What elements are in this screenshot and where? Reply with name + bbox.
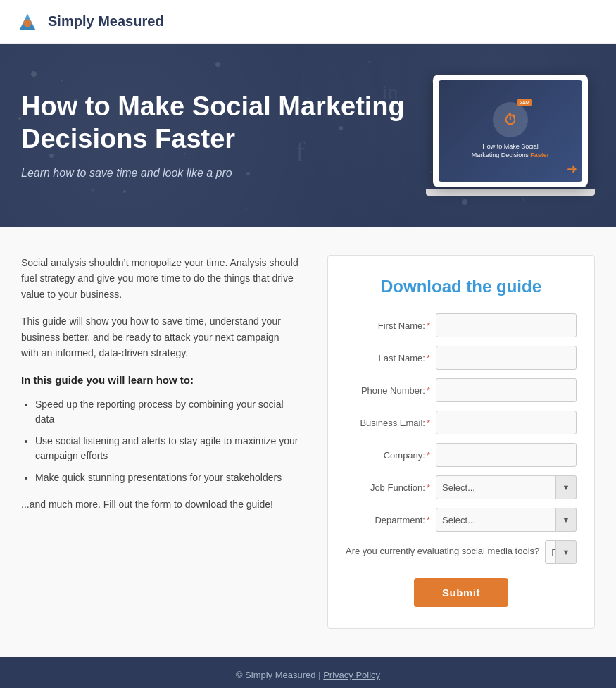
header: Simply Measured [0,0,616,44]
email-label: Business Email:* [346,418,430,428]
department-label: Department:* [346,515,430,525]
department-select[interactable]: Select... Marketing Sales Product Engine… [436,508,577,532]
logo-container: Simply Measured [14,8,164,35]
company-row: Company:* [346,443,577,467]
job-function-label: Job Function:* [346,482,430,493]
first-name-input[interactable] [436,313,577,337]
form-card: Download the guide First Name:* Last Nam… [327,255,595,629]
bullet-item-2: Use social listening and alerts to stay … [35,434,299,463]
hero-title: How to Make Social Marketing Decisions F… [21,91,412,155]
intro-paragraph-2: This guide will show you how to save tim… [21,313,299,361]
first-name-label: First Name:* [346,320,430,331]
phone-input[interactable] [436,378,577,402]
form-title: Download the guide [346,277,577,296]
social-tools-select-wrapper: Please Select... Yes No Maybe ▼ [545,540,577,564]
company-input[interactable] [436,443,577,467]
footer-copyright: © Simply Measured | [236,670,321,680]
arrow-icon: ➜ [567,161,577,177]
phone-row: Phone Number:* [346,378,577,402]
hero-text: How to Make Social Marketing Decisions F… [21,91,412,179]
hero-image-container: ⏱ 24/7 How to Make Social Marketing Deci… [426,75,595,196]
bullet-item-3: Make quick stunning presentations for yo… [35,470,299,485]
bullet-item-1: Speed up the reporting process by combin… [35,397,299,427]
laptop-badge: 24/7 [517,99,532,106]
email-row: Business Email:* [346,411,577,434]
laptop-screen-title: How to Make Social Marketing Decisions F… [472,143,550,159]
last-name-input[interactable] [436,346,577,370]
phone-label: Phone Number:* [346,385,430,396]
left-column: Social analysis shouldn’t monopolize you… [21,255,299,629]
job-function-row: Job Function:* Select... Marketing Sales… [346,475,577,499]
department-select-wrapper: Select... Marketing Sales Product Engine… [436,508,577,532]
department-row: Department:* Select... Marketing Sales P… [346,508,577,532]
job-function-select-wrapper: Select... Marketing Sales Engineering Op… [436,475,577,499]
footer: © Simply Measured | Privacy Policy [0,657,616,688]
first-name-row: First Name:* [346,313,577,337]
hero-subtitle: Learn how to save time and look like a p… [21,167,412,180]
intro-paragraph-1: Social analysis shouldn’t monopolize you… [21,255,299,302]
laptop-base [426,189,595,196]
email-input[interactable] [436,411,577,434]
social-tools-select[interactable]: Please Select... Yes No Maybe [545,540,577,564]
logo-icon [14,8,41,35]
submit-button[interactable]: Submit [414,578,508,607]
privacy-policy-link[interactable]: Privacy Policy [323,670,380,680]
company-label: Company:* [346,450,430,461]
job-function-select[interactable]: Select... Marketing Sales Engineering Op… [436,475,577,499]
main-content: Social analysis shouldn’t monopolize you… [0,227,616,657]
social-tools-row: Are you currently evaluating social medi… [346,540,577,564]
hero-banner: f in t How to Make Social Marketing Deci… [0,44,616,227]
logo-text: Simply Measured [48,13,164,30]
social-tools-label: Are you currently evaluating social medi… [346,540,539,558]
list-heading: In this guide you will learn how to: [21,372,299,389]
clock-icon: ⏱ [503,112,517,128]
submit-row: Submit [346,578,577,607]
closing-text: ...and much more. Fill out the form to d… [21,496,299,512]
feature-list: Speed up the reporting process by combin… [21,397,299,485]
last-name-label: Last Name:* [346,353,430,363]
svg-point-2 [23,19,31,27]
last-name-row: Last Name:* [346,346,577,370]
right-column: Download the guide First Name:* Last Nam… [327,255,595,629]
hero-laptop: ⏱ 24/7 How to Make Social Marketing Deci… [433,75,588,187]
